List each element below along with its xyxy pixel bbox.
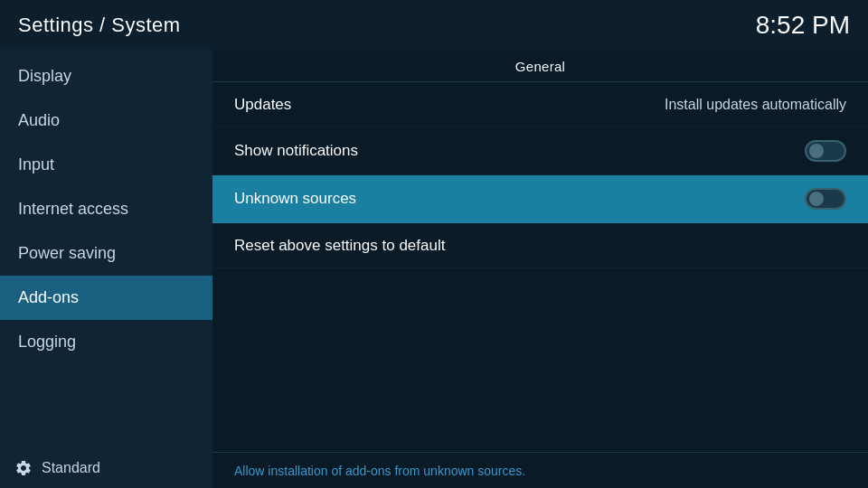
content-area: General Updates Install updates automati… — [212, 50, 868, 488]
setting-row-unknown-sources[interactable]: Unknown sources — [212, 175, 868, 223]
setting-label-unknown-sources: Unknown sources — [234, 190, 356, 208]
page-title: Settings / System — [18, 14, 181, 37]
toggle-show-notifications[interactable] — [805, 140, 846, 162]
settings-list: Updates Install updates automatically Sh… — [212, 82, 868, 452]
toggle-unknown-sources[interactable] — [805, 188, 846, 210]
header: Settings / System 8:52 PM — [0, 0, 868, 50]
footer: Allow installation of add-ons from unkno… — [212, 452, 868, 488]
gear-icon — [14, 459, 33, 477]
sidebar-item-input[interactable]: Input — [0, 143, 212, 187]
standard-label: Standard — [42, 460, 100, 476]
sidebar-item-internet-access[interactable]: Internet access — [0, 187, 212, 231]
setting-row-updates[interactable]: Updates Install updates automatically — [212, 82, 868, 127]
setting-label-updates: Updates — [234, 96, 291, 114]
toggle-knob-show-notifications — [809, 144, 824, 158]
setting-row-show-notifications[interactable]: Show notifications — [212, 127, 868, 175]
sidebar-bottom[interactable]: Standard — [0, 448, 212, 488]
app-container: Settings / System 8:52 PM Display Audio … — [0, 0, 868, 488]
sidebar: Display Audio Input Internet access Powe… — [0, 50, 212, 488]
clock: 8:52 PM — [756, 11, 850, 40]
sidebar-item-display[interactable]: Display — [0, 54, 212, 99]
section-header: General — [212, 50, 868, 82]
sidebar-item-logging[interactable]: Logging — [0, 320, 212, 364]
sidebar-item-add-ons[interactable]: Add-ons — [0, 276, 212, 320]
footer-text: Allow installation of add-ons from unkno… — [234, 464, 525, 478]
setting-label-reset-settings: Reset above settings to default — [234, 237, 445, 255]
setting-row-reset-settings[interactable]: Reset above settings to default — [212, 223, 868, 268]
sidebar-item-power-saving[interactable]: Power saving — [0, 231, 212, 276]
setting-value-updates: Install updates automatically — [665, 97, 846, 113]
toggle-knob-unknown-sources — [809, 192, 824, 206]
main-layout: Display Audio Input Internet access Powe… — [0, 50, 868, 488]
sidebar-item-audio[interactable]: Audio — [0, 99, 212, 143]
setting-label-show-notifications: Show notifications — [234, 142, 358, 160]
